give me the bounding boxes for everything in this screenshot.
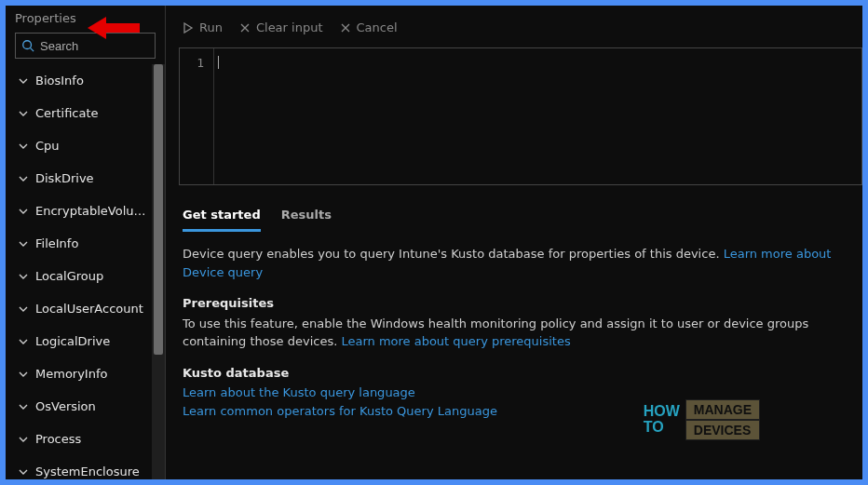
tree-item-localgroup[interactable]: LocalGroup	[6, 260, 156, 292]
tree-item-label: Cpu	[35, 139, 60, 153]
svg-point-0	[23, 41, 32, 49]
tree-item-logicaldrive[interactable]: LogicalDrive	[6, 325, 156, 357]
chevron-down-icon	[19, 174, 28, 183]
tree-item-label: MemoryInfo	[35, 367, 107, 381]
gutter-line-number: 1	[180, 56, 204, 70]
search-box[interactable]	[15, 33, 156, 59]
get-started-content: Device query enables you to query Intune…	[179, 232, 862, 420]
sidebar: Properties BiosInfo Certificate	[6, 6, 166, 479]
tab-results[interactable]: Results	[281, 202, 332, 232]
run-button[interactable]: Run	[183, 20, 223, 34]
kusto-operators-link[interactable]: Learn common operators for Kusto Query L…	[183, 404, 497, 418]
tree-item-process[interactable]: Process	[6, 423, 156, 455]
chevron-down-icon	[19, 272, 28, 281]
tree-item-encryptablevolume[interactable]: EncryptableVolu…	[6, 195, 156, 227]
learn-prerequisites-link[interactable]: Learn more about query prerequisites	[341, 334, 570, 348]
tree-item-label: LocalGroup	[35, 269, 103, 283]
tree-item-label: FileInfo	[35, 236, 78, 250]
tree-item-biosinfo[interactable]: BiosInfo	[6, 64, 156, 97]
intro-text: Device query enables you to query Intune…	[183, 247, 724, 261]
query-editor[interactable]: 1	[179, 47, 862, 185]
tree-item-label: EncryptableVolu…	[35, 204, 146, 218]
run-label: Run	[199, 20, 223, 34]
tree-item-label: SystemEnclosure	[35, 465, 140, 478]
scrollbar-thumb[interactable]	[154, 64, 163, 355]
result-tabs: Get started Results	[179, 185, 862, 232]
toolbar: Run Clear input Cancel	[179, 13, 862, 47]
close-icon	[340, 22, 351, 34]
kusto-heading: Kusto database	[183, 364, 855, 383]
chevron-down-icon	[19, 239, 28, 249]
editor-cursor	[218, 56, 219, 69]
sidebar-scrollbar[interactable]	[152, 64, 165, 479]
search-input[interactable]	[40, 39, 149, 53]
tree-item-label: DiskDrive	[35, 171, 94, 185]
main-panel: Run Clear input Cancel 1 Get started Res…	[166, 6, 862, 479]
tree-item-localuseraccount[interactable]: LocalUserAccount	[6, 292, 156, 325]
tree-item-certificate[interactable]: Certificate	[6, 97, 156, 129]
tree-item-cpu[interactable]: Cpu	[6, 129, 156, 162]
prerequisites-paragraph: To use this feature, enable the Windows …	[183, 315, 855, 351]
prerequisites-heading: Prerequisites	[183, 294, 855, 313]
play-icon	[183, 22, 194, 34]
close-icon	[239, 22, 251, 34]
editor-gutter: 1	[180, 48, 213, 184]
cancel-label: Cancel	[357, 20, 398, 34]
tree-item-fileinfo[interactable]: FileInfo	[6, 227, 156, 260]
properties-tree: BiosInfo Certificate Cpu DiskDrive Encry…	[6, 64, 165, 479]
tree-item-label: BiosInfo	[35, 74, 84, 88]
tree-item-memoryinfo[interactable]: MemoryInfo	[6, 357, 156, 390]
chevron-down-icon	[19, 207, 28, 216]
kusto-language-link[interactable]: Learn about the Kusto query language	[183, 385, 415, 399]
chevron-down-icon	[19, 435, 28, 444]
clear-label: Clear input	[256, 20, 323, 34]
chevron-down-icon	[19, 337, 28, 346]
tab-get-started[interactable]: Get started	[183, 202, 261, 232]
tree-item-label: Process	[35, 432, 81, 446]
tree-item-osversion[interactable]: OsVersion	[6, 390, 156, 423]
intro-paragraph: Device query enables you to query Intune…	[183, 245, 855, 281]
tree-item-label: LogicalDrive	[35, 334, 110, 348]
tree-item-label: Certificate	[35, 106, 99, 120]
chevron-down-icon	[19, 467, 28, 477]
cancel-button[interactable]: Cancel	[340, 20, 398, 34]
chevron-down-icon	[19, 370, 28, 379]
chevron-down-icon	[19, 402, 28, 411]
tree-item-systemenclosure[interactable]: SystemEnclosure	[6, 455, 156, 479]
chevron-down-icon	[19, 76, 28, 86]
chevron-down-icon	[19, 141, 28, 151]
clear-input-button[interactable]: Clear input	[239, 20, 323, 34]
chevron-down-icon	[19, 109, 28, 118]
tree-item-label: LocalUserAccount	[35, 302, 143, 316]
svg-line-1	[31, 48, 34, 52]
tree-item-label: OsVersion	[35, 399, 96, 413]
search-icon	[21, 39, 34, 52]
chevron-down-icon	[19, 304, 28, 314]
sidebar-title: Properties	[6, 6, 165, 29]
editor-content[interactable]	[213, 48, 861, 184]
tree-item-diskdrive[interactable]: DiskDrive	[6, 162, 156, 195]
